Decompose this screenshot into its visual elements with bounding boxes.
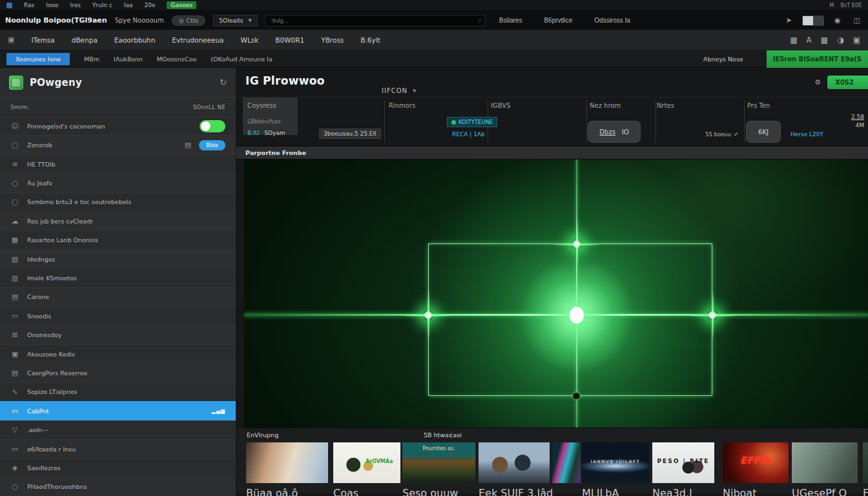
toolbar-button-2[interactable]: Odssiross Ia	[588, 15, 637, 26]
toolbar-menu-label[interactable]: Spye Nooooum	[115, 17, 164, 24]
filmstrip-thumb-0[interactable]	[246, 442, 328, 483]
toggle-switch[interactable]	[200, 120, 225, 132]
filmstrip-thumb-8[interactable]	[792, 442, 858, 483]
search-container: ⌕	[265, 15, 485, 26]
app-icon	[9, 76, 23, 90]
preset-pill-button[interactable]: 6KJ	[746, 121, 781, 143]
sidebar-item-17[interactable]: ▭e6Ataeda r Insu	[0, 439, 236, 458]
filmstrip-thumb-6[interactable]: PESO | RITE	[652, 442, 714, 483]
sidebar-item-10[interactable]: ▭Snoodis	[0, 306, 236, 325]
tab-0[interactable]: ITemsa	[31, 36, 54, 44]
ribbon-item-1[interactable]: IAuk8onn	[114, 56, 143, 63]
sidebar-item-11[interactable]: ⊞Ononesdoy	[0, 325, 236, 344]
sidebar-item-label: Saedlezres	[27, 464, 225, 471]
filmstrip-thumb-4[interactable]	[552, 442, 581, 483]
sidebar-item-5[interactable]: ☁Ros jsb bers cvCleadr	[0, 211, 236, 230]
sidebar-item-label: Idednges	[27, 256, 225, 263]
sidebar-item-14[interactable]: ∿Sopize LTialpnos	[0, 382, 236, 401]
layout-toggle-icon[interactable]	[802, 16, 824, 26]
search-input[interactable]	[265, 15, 485, 26]
export-button[interactable]: X0S2	[827, 76, 868, 89]
sidebar-item-18[interactable]: ◈Saedlezres	[0, 458, 236, 477]
link-cyan[interactable]: B.IU	[247, 130, 259, 136]
metric-top[interactable]: 2.58	[851, 113, 864, 121]
room-pill-button[interactable]: DbzsIO	[588, 121, 641, 143]
search-icon[interactable]: ⌕	[479, 17, 482, 24]
filmstrip-thumb-2[interactable]: Pournteo as.	[402, 442, 475, 483]
sidebar-item-button[interactable]: Blde	[199, 140, 225, 150]
toolbar-button-1[interactable]: B6prvtlice	[537, 15, 579, 26]
tab-5[interactable]: B0W0R1	[275, 36, 304, 44]
window-menu-icon[interactable]: M	[830, 3, 834, 8]
text-icon[interactable]: A	[807, 36, 812, 45]
preset-link[interactable]: Herse L20Y	[790, 131, 823, 138]
filmstrip-thumb-3[interactable]	[479, 442, 550, 483]
bank-icon: ▦	[10, 236, 19, 244]
filmstrip-thumb-5[interactable]: IANNVB'IOILAFT	[582, 442, 649, 483]
tab-4[interactable]: WLsk	[241, 36, 259, 44]
chevron-down-icon: ▼	[248, 18, 251, 23]
note-icon: ▭	[10, 312, 19, 320]
column-title-5: Nrtes	[657, 102, 674, 109]
tab-6[interactable]: YBross	[321, 36, 344, 44]
ribbon-item-2[interactable]: MOoosnsCoo	[157, 56, 196, 63]
scene-selector[interactable]: IIFCON▼	[382, 87, 417, 94]
sidebar-item-6[interactable]: ▦Rasartoo Lanb Ononxis	[0, 230, 236, 249]
sidebar-item-4[interactable]: ▢Ssmbmo brtu3 e toc seutrebebels	[0, 192, 236, 211]
sidebar-item-1[interactable]: ▢Zonsrob▤Blde	[0, 135, 236, 154]
sidebar-item-0[interactable]: ☺Pnnnogelsd's coconoman	[0, 116, 236, 135]
filmstrip-left-label: EnVlrupng	[247, 431, 278, 439]
record-icon[interactable]: ◉	[832, 16, 843, 25]
tab-2[interactable]: Eaoorbbuhn	[114, 36, 156, 44]
sidebar-item-15[interactable]: ▭CabPnt▂▄▆	[0, 401, 236, 420]
sidebar-item-8[interactable]: ▥Imale KSmoetos	[0, 268, 236, 287]
gear-icon[interactable]: ⚙	[814, 78, 821, 87]
contrast-icon[interactable]: ◑	[837, 36, 843, 45]
toolbar-pill-button[interactable]: ◎ Ctto	[172, 16, 206, 26]
filmstrip-thumb-9[interactable]	[863, 442, 868, 483]
tab-7[interactable]: B.6ylt	[360, 36, 380, 44]
menu-item-0[interactable]: Ras	[24, 2, 34, 8]
sidebar-item-7[interactable]: ▧Idednges	[0, 249, 236, 268]
menu-item-5[interactable]: 20e	[144, 2, 155, 8]
menu-item-4[interactable]: Iaa	[124, 2, 133, 8]
overlay-icon[interactable]: ◫	[851, 16, 863, 25]
toolbar-button-0[interactable]: Bsilares	[493, 15, 529, 26]
cursor-icon[interactable]: ➤	[783, 16, 794, 25]
column-divider	[744, 100, 745, 143]
menu-item-3[interactable]: Yruln c	[92, 2, 112, 8]
video-preview[interactable]	[244, 160, 868, 428]
toolbar-buttons: BsilaresB6prvtliceOdssiross Ia	[493, 15, 637, 26]
sidebar-item-19[interactable]: ○PHaodThorueohbns	[0, 477, 236, 496]
sidebar-item-12[interactable]: ▣Akousoeo Kedis	[0, 344, 236, 363]
thumb-caption: UGesePf O	[792, 487, 847, 496]
grid-icon[interactable]: ▦	[790, 36, 797, 45]
tab-1[interactable]: dBenpa	[72, 36, 98, 44]
record-button[interactable]: IE5ron BlSoaRENT E9a(S	[767, 50, 868, 68]
status-sub-link[interactable]: RECA | 1Ab	[452, 131, 485, 138]
filmstrip-thumb-7[interactable]: EFFEt	[723, 442, 789, 483]
menu-item-2[interactable]: Ires	[70, 2, 80, 8]
timecode-chip[interactable]: 3beeuaau.5 25.EII	[319, 129, 381, 139]
monitor-icon: ▢	[10, 141, 19, 149]
sidebar-item-3[interactable]: ○Au Jeafo	[0, 173, 236, 192]
panel-icon[interactable]: ▣	[853, 36, 860, 45]
toolbar-dropdown[interactable]: 5Oleaits▼	[213, 15, 257, 26]
sidebar-item-2[interactable]: ≡HE TTOlb	[0, 154, 236, 173]
sidebar-item-9[interactable]: ▤Carone	[0, 287, 236, 306]
ribbon-items: MBmIAuk8onnMOoosnsCoo(OKoAud Amoune Ia	[84, 56, 273, 63]
status-chip[interactable]: KOITYTEUNE	[447, 117, 497, 127]
menu-item-1[interactable]: Iooe	[46, 2, 58, 8]
ribbon-item-0[interactable]: MBm	[84, 56, 99, 63]
ribbon-active-tab[interactable]: Xeonunes Ione	[6, 53, 70, 65]
sidebar-item-16[interactable]: ▽,aoln—	[0, 420, 236, 439]
refresh-icon[interactable]: ↻	[220, 78, 227, 87]
menu-item-highlighted[interactable]: Gaooes	[167, 1, 196, 9]
section-value[interactable]: SOnnLL NE	[193, 104, 225, 110]
tab-3[interactable]: Evtrudoneeeua	[172, 36, 223, 44]
fill-icon[interactable]: ▩	[821, 36, 828, 45]
sidebar-item-13[interactable]: ▤CaergPors Reserroe	[0, 363, 236, 382]
source-dropdown[interactable]: LBbbèv/fuss	[247, 118, 281, 125]
filmstrip-thumb-1[interactable]: ArOVMAa	[333, 442, 400, 483]
ribbon-item-3[interactable]: (OKoAud Amoune Ia	[211, 56, 272, 63]
